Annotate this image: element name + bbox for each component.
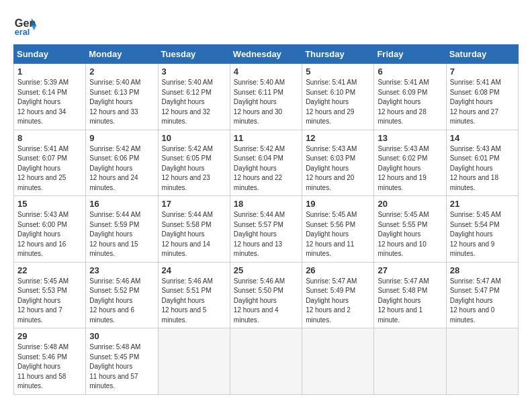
calendar-cell: 5 Sunrise: 5:41 AMSunset: 6:10 PMDayligh… <box>302 64 374 130</box>
calendar-cell: 25 Sunrise: 5:46 AMSunset: 5:50 PMDaylig… <box>230 262 302 328</box>
day-number: 27 <box>378 265 442 275</box>
day-number: 17 <box>162 199 226 209</box>
day-detail: Sunrise: 5:41 AMSunset: 6:09 PMDaylight … <box>378 79 429 125</box>
day-detail: Sunrise: 5:40 AMSunset: 6:11 PMDaylight … <box>234 79 285 125</box>
header-tuesday: Tuesday <box>158 45 230 64</box>
calendar-cell <box>158 328 230 395</box>
calendar-cell: 13 Sunrise: 5:43 AMSunset: 6:02 PMDaylig… <box>374 130 446 196</box>
day-detail: Sunrise: 5:48 AMSunset: 5:46 PMDaylight … <box>17 343 69 390</box>
header-saturday: Saturday <box>446 45 518 64</box>
day-detail: Sunrise: 5:47 AMSunset: 5:49 PMDaylight … <box>306 277 357 324</box>
calendar-cell: 1 Sunrise: 5:39 AMSunset: 6:14 PMDayligh… <box>14 64 86 130</box>
day-number: 24 <box>162 265 226 275</box>
header-sunday: Sunday <box>14 45 86 64</box>
day-number: 12 <box>306 133 370 143</box>
day-detail: Sunrise: 5:44 AMSunset: 5:57 PMDaylight … <box>234 211 285 257</box>
day-detail: Sunrise: 5:44 AMSunset: 5:59 PMDaylight … <box>89 211 140 257</box>
calendar-cell: 3 Sunrise: 5:40 AMSunset: 6:12 PMDayligh… <box>158 64 230 130</box>
day-number: 6 <box>378 66 442 77</box>
day-detail: Sunrise: 5:46 AMSunset: 5:50 PMDaylight … <box>234 277 285 324</box>
calendar-week-5: 29 Sunrise: 5:48 AMSunset: 5:46 PMDaylig… <box>14 328 519 395</box>
day-detail: Sunrise: 5:45 AMSunset: 5:53 PMDaylight … <box>17 277 69 324</box>
calendar-cell: 6 Sunrise: 5:41 AMSunset: 6:09 PMDayligh… <box>374 64 446 130</box>
day-detail: Sunrise: 5:45 AMSunset: 5:55 PMDaylight … <box>378 211 429 257</box>
header-wednesday: Wednesday <box>230 45 302 64</box>
calendar-week-3: 15 Sunrise: 5:43 AMSunset: 6:00 PMDaylig… <box>14 196 519 263</box>
day-number: 30 <box>89 331 154 341</box>
day-detail: Sunrise: 5:41 AMSunset: 6:10 PMDaylight … <box>306 79 357 125</box>
page-header: Gen eral <box>13 13 519 38</box>
day-detail: Sunrise: 5:44 AMSunset: 5:58 PMDaylight … <box>162 211 213 257</box>
calendar-cell: 9 Sunrise: 5:42 AMSunset: 6:06 PMDayligh… <box>86 130 158 196</box>
calendar-cell: 15 Sunrise: 5:43 AMSunset: 6:00 PMDaylig… <box>14 196 86 263</box>
day-detail: Sunrise: 5:43 AMSunset: 6:00 PMDaylight … <box>17 211 69 257</box>
day-number: 18 <box>234 199 298 209</box>
day-number: 28 <box>450 265 515 275</box>
day-detail: Sunrise: 5:47 AMSunset: 5:47 PMDaylight … <box>450 277 501 324</box>
calendar-cell: 17 Sunrise: 5:44 AMSunset: 5:58 PMDaylig… <box>158 196 230 263</box>
day-number: 2 <box>89 66 154 77</box>
calendar-week-4: 22 Sunrise: 5:45 AMSunset: 5:53 PMDaylig… <box>14 262 519 328</box>
calendar-cell: 22 Sunrise: 5:45 AMSunset: 5:53 PMDaylig… <box>14 262 86 328</box>
day-detail: Sunrise: 5:41 AMSunset: 6:08 PMDaylight … <box>450 79 501 125</box>
calendar-cell: 27 Sunrise: 5:47 AMSunset: 5:48 PMDaylig… <box>374 262 446 328</box>
day-number: 15 <box>17 199 82 209</box>
day-number: 14 <box>450 133 515 143</box>
calendar-cell <box>374 328 446 395</box>
day-number: 16 <box>89 199 154 209</box>
day-detail: Sunrise: 5:46 AMSunset: 5:52 PMDaylight … <box>89 277 140 324</box>
day-detail: Sunrise: 5:47 AMSunset: 5:48 PMDaylight … <box>378 277 429 324</box>
header-friday: Friday <box>374 45 446 64</box>
calendar-cell: 24 Sunrise: 5:46 AMSunset: 5:51 PMDaylig… <box>158 262 230 328</box>
calendar-cell: 14 Sunrise: 5:43 AMSunset: 6:01 PMDaylig… <box>446 130 518 196</box>
svg-text:eral: eral <box>15 28 30 37</box>
day-number: 25 <box>234 265 298 275</box>
calendar-cell: 12 Sunrise: 5:43 AMSunset: 6:03 PMDaylig… <box>302 130 374 196</box>
logo-icon: Gen eral <box>13 13 38 38</box>
day-number: 26 <box>306 265 370 275</box>
day-detail: Sunrise: 5:40 AMSunset: 6:13 PMDaylight … <box>89 79 140 125</box>
day-number: 22 <box>17 265 82 275</box>
day-detail: Sunrise: 5:42 AMSunset: 6:06 PMDaylight … <box>89 145 140 191</box>
day-detail: Sunrise: 5:42 AMSunset: 6:05 PMDaylight … <box>162 145 213 191</box>
day-number: 5 <box>306 66 370 77</box>
day-number: 13 <box>378 133 442 143</box>
calendar-cell: 7 Sunrise: 5:41 AMSunset: 6:08 PMDayligh… <box>446 64 518 130</box>
calendar-cell: 2 Sunrise: 5:40 AMSunset: 6:13 PMDayligh… <box>86 64 158 130</box>
calendar-cell: 21 Sunrise: 5:45 AMSunset: 5:54 PMDaylig… <box>446 196 518 263</box>
calendar-cell <box>302 328 374 395</box>
day-number: 20 <box>378 199 442 209</box>
day-detail: Sunrise: 5:39 AMSunset: 6:14 PMDaylight … <box>17 79 69 125</box>
header-thursday: Thursday <box>302 45 374 64</box>
day-number: 10 <box>162 133 226 143</box>
day-detail: Sunrise: 5:45 AMSunset: 5:56 PMDaylight … <box>306 211 357 257</box>
day-detail: Sunrise: 5:43 AMSunset: 6:03 PMDaylight … <box>306 145 357 191</box>
calendar-cell <box>446 328 518 395</box>
calendar-week-1: 1 Sunrise: 5:39 AMSunset: 6:14 PMDayligh… <box>14 64 519 130</box>
day-number: 23 <box>89 265 154 275</box>
calendar-table: SundayMondayTuesdayWednesdayThursdayFrid… <box>13 44 519 395</box>
calendar-cell: 20 Sunrise: 5:45 AMSunset: 5:55 PMDaylig… <box>374 196 446 263</box>
calendar-cell: 11 Sunrise: 5:42 AMSunset: 6:04 PMDaylig… <box>230 130 302 196</box>
header-monday: Monday <box>86 45 158 64</box>
day-detail: Sunrise: 5:42 AMSunset: 6:04 PMDaylight … <box>234 145 285 191</box>
day-number: 11 <box>234 133 298 143</box>
day-detail: Sunrise: 5:43 AMSunset: 6:02 PMDaylight … <box>378 145 429 191</box>
logo: Gen eral <box>13 13 42 38</box>
calendar-cell: 18 Sunrise: 5:44 AMSunset: 5:57 PMDaylig… <box>230 196 302 263</box>
calendar-cell: 19 Sunrise: 5:45 AMSunset: 5:56 PMDaylig… <box>302 196 374 263</box>
calendar-cell: 23 Sunrise: 5:46 AMSunset: 5:52 PMDaylig… <box>86 262 158 328</box>
day-number: 4 <box>234 66 298 77</box>
calendar-header-row: SundayMondayTuesdayWednesdayThursdayFrid… <box>14 45 519 64</box>
calendar-cell: 26 Sunrise: 5:47 AMSunset: 5:49 PMDaylig… <box>302 262 374 328</box>
day-detail: Sunrise: 5:45 AMSunset: 5:54 PMDaylight … <box>450 211 501 257</box>
calendar-cell: 8 Sunrise: 5:41 AMSunset: 6:07 PMDayligh… <box>14 130 86 196</box>
day-number: 9 <box>89 133 154 143</box>
calendar-week-2: 8 Sunrise: 5:41 AMSunset: 6:07 PMDayligh… <box>14 130 519 196</box>
day-number: 29 <box>17 331 82 341</box>
day-detail: Sunrise: 5:46 AMSunset: 5:51 PMDaylight … <box>162 277 213 324</box>
calendar-cell: 4 Sunrise: 5:40 AMSunset: 6:11 PMDayligh… <box>230 64 302 130</box>
day-number: 1 <box>17 66 82 77</box>
calendar-cell: 16 Sunrise: 5:44 AMSunset: 5:59 PMDaylig… <box>86 196 158 263</box>
calendar-cell: 28 Sunrise: 5:47 AMSunset: 5:47 PMDaylig… <box>446 262 518 328</box>
